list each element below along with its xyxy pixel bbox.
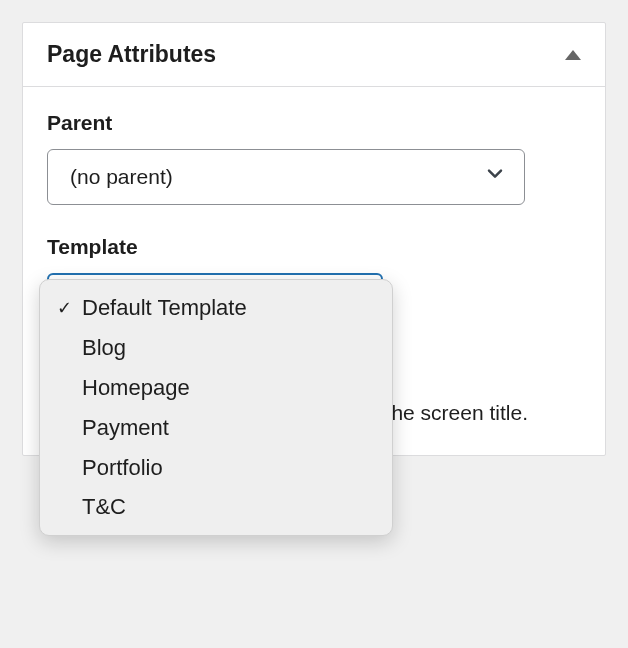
check-icon: ✓ bbox=[52, 295, 76, 321]
template-option-label: Portfolio bbox=[82, 452, 163, 484]
template-option[interactable]: Portfolio bbox=[40, 448, 392, 488]
page-attributes-panel: Page Attributes Parent (no parent) Templ… bbox=[22, 22, 606, 456]
template-select[interactable]: ✓Default TemplateBlogHomepagePaymentPort… bbox=[47, 273, 383, 329]
template-option[interactable]: Blog bbox=[40, 328, 392, 368]
template-option-label: Default Template bbox=[82, 292, 247, 324]
template-dropdown-menu: ✓Default TemplateBlogHomepagePaymentPort… bbox=[39, 279, 393, 536]
parent-label: Parent bbox=[47, 111, 581, 135]
parent-select-value: (no parent) bbox=[70, 165, 173, 189]
template-option[interactable]: Homepage bbox=[40, 368, 392, 408]
template-option[interactable]: ✓Default Template bbox=[40, 288, 392, 328]
template-option[interactable]: T&C bbox=[40, 487, 392, 527]
collapse-up-icon bbox=[565, 50, 581, 60]
template-option-label: Payment bbox=[82, 412, 169, 444]
template-option-label: Homepage bbox=[82, 372, 190, 404]
template-option[interactable]: Payment bbox=[40, 408, 392, 448]
panel-title: Page Attributes bbox=[47, 41, 216, 68]
panel-body: Parent (no parent) Template ✓Default Tem… bbox=[23, 87, 605, 455]
parent-select[interactable]: (no parent) bbox=[47, 149, 525, 205]
template-option-label: T&C bbox=[82, 491, 126, 523]
template-label: Template bbox=[47, 235, 581, 259]
panel-header[interactable]: Page Attributes bbox=[23, 23, 605, 87]
template-option-label: Blog bbox=[82, 332, 126, 364]
